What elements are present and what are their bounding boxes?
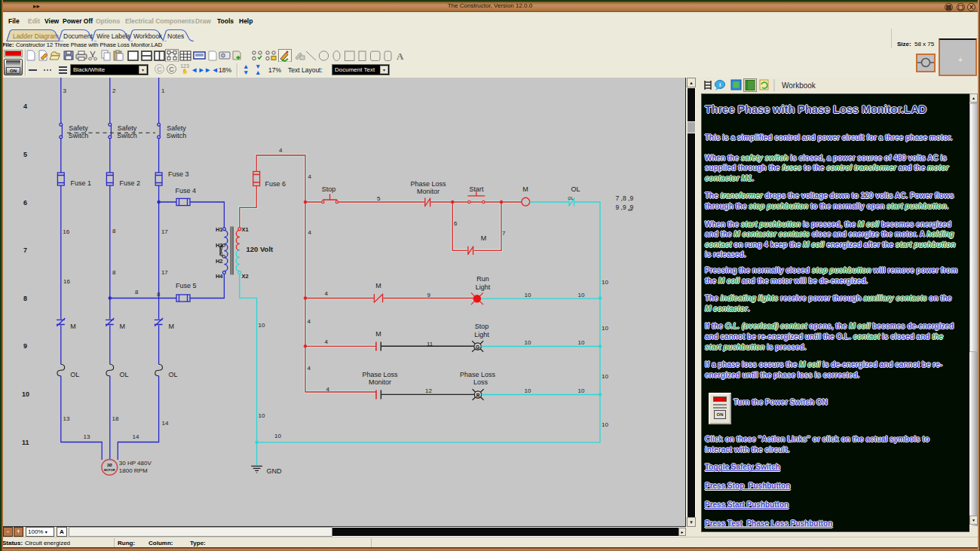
svg-text:13: 13 bbox=[63, 415, 70, 422]
svg-text:Switch: Switch bbox=[117, 132, 137, 139]
svg-text:OL: OL bbox=[120, 371, 129, 378]
svg-text:Start: Start bbox=[469, 185, 484, 193]
svg-text:10: 10 bbox=[525, 339, 531, 346]
svg-text:14: 14 bbox=[162, 420, 169, 427]
svg-text:Light: Light bbox=[474, 331, 489, 338]
svg-text:Fuse 3: Fuse 3 bbox=[168, 170, 189, 178]
svg-text:8: 8 bbox=[112, 269, 116, 276]
svg-text:A: A bbox=[397, 51, 404, 62]
svg-text:M: M bbox=[375, 282, 381, 289]
svg-text:9: 9 bbox=[23, 342, 27, 350]
svg-text:5: 5 bbox=[23, 151, 27, 158]
svg-text:OL: OL bbox=[70, 371, 79, 378]
svg-text:Phase Loss: Phase Loss bbox=[362, 371, 398, 378]
svg-text:7 ,8 ,9: 7 ,8 ,9 bbox=[616, 194, 634, 202]
svg-text:M: M bbox=[70, 323, 76, 330]
svg-text:Safety: Safety bbox=[118, 124, 137, 132]
svg-text:3: 3 bbox=[63, 87, 67, 94]
svg-text:6: 6 bbox=[454, 220, 458, 227]
svg-text:8: 8 bbox=[157, 291, 161, 298]
svg-text:8: 8 bbox=[135, 289, 139, 295]
svg-text:5: 5 bbox=[377, 195, 381, 202]
svg-text:9: 9 bbox=[427, 292, 431, 298]
svg-text:120 Volt: 120 Volt bbox=[247, 245, 274, 253]
svg-text:10: 10 bbox=[602, 325, 608, 332]
svg-text:10: 10 bbox=[578, 387, 585, 394]
svg-text:Fuse 1: Fuse 1 bbox=[71, 179, 92, 187]
svg-text:M: M bbox=[481, 234, 487, 242]
svg-text:Phase Loss: Phase Loss bbox=[460, 371, 496, 378]
svg-text:OL: OL bbox=[568, 196, 573, 201]
svg-text:17: 17 bbox=[161, 228, 168, 235]
svg-text:7: 7 bbox=[502, 230, 506, 237]
svg-text:9 ,9 ,9: 9 ,9 ,9 bbox=[616, 204, 634, 211]
svg-text:4: 4 bbox=[308, 318, 311, 325]
svg-text:1: 1 bbox=[161, 87, 165, 94]
svg-text:4: 4 bbox=[308, 173, 312, 180]
svg-text:Ladder Diagram: Ladder Diagram bbox=[13, 32, 59, 40]
svg-text:10: 10 bbox=[578, 339, 585, 346]
svg-text:10: 10 bbox=[22, 390, 29, 398]
svg-text:4: 4 bbox=[308, 229, 312, 236]
svg-text:Fuse 2: Fuse 2 bbox=[120, 179, 141, 187]
svg-text:11: 11 bbox=[427, 341, 433, 347]
svg-text:4: 4 bbox=[325, 338, 329, 345]
svg-text:Stop: Stop bbox=[475, 323, 489, 330]
svg-text:10: 10 bbox=[525, 387, 531, 394]
svg-text:Fuse 4: Fuse 4 bbox=[176, 187, 197, 194]
svg-text:M: M bbox=[375, 330, 381, 338]
svg-text:Loss: Loss bbox=[473, 378, 488, 386]
svg-text:Document: Document bbox=[63, 32, 93, 40]
svg-text:13: 13 bbox=[84, 433, 90, 440]
svg-text:4: 4 bbox=[325, 290, 329, 297]
svg-text:4: 4 bbox=[23, 103, 27, 110]
svg-text:M: M bbox=[120, 323, 126, 330]
svg-text:11: 11 bbox=[22, 439, 29, 446]
svg-text:10: 10 bbox=[602, 373, 608, 380]
svg-text:Stop: Stop bbox=[322, 185, 336, 193]
svg-text:G: G bbox=[476, 344, 479, 350]
svg-text:Monitor: Monitor bbox=[417, 188, 439, 195]
svg-text:16: 16 bbox=[63, 228, 69, 235]
svg-text:10: 10 bbox=[578, 292, 585, 298]
svg-text:Safety: Safety bbox=[69, 124, 88, 132]
svg-text:16: 16 bbox=[63, 278, 70, 285]
svg-text:4: 4 bbox=[279, 147, 283, 154]
svg-text:Notes: Notes bbox=[167, 32, 184, 40]
svg-text:10: 10 bbox=[259, 322, 265, 329]
svg-text:10: 10 bbox=[274, 433, 281, 439]
svg-text:Fuse 5: Fuse 5 bbox=[176, 282, 197, 289]
svg-text:14: 14 bbox=[133, 433, 139, 440]
svg-text:Safety: Safety bbox=[167, 124, 186, 132]
svg-text:X2: X2 bbox=[242, 273, 249, 280]
svg-text:10: 10 bbox=[259, 412, 265, 419]
svg-text:Workbook: Workbook bbox=[133, 32, 163, 40]
svg-text:R: R bbox=[476, 393, 480, 398]
svg-text:6: 6 bbox=[23, 199, 27, 207]
svg-text:3Ø: 3Ø bbox=[107, 463, 112, 467]
svg-text:Fuse 6: Fuse 6 bbox=[265, 180, 286, 188]
svg-text:OL: OL bbox=[571, 185, 580, 193]
svg-text:8: 8 bbox=[112, 228, 116, 234]
svg-text:Switch: Switch bbox=[167, 132, 187, 139]
svg-text:Wire Labels: Wire Labels bbox=[96, 32, 130, 40]
svg-text:10: 10 bbox=[602, 421, 608, 428]
svg-text:Run: Run bbox=[476, 275, 489, 283]
svg-text:Monitor: Monitor bbox=[369, 378, 391, 386]
svg-text:4: 4 bbox=[326, 386, 330, 393]
svg-text:Switch: Switch bbox=[69, 132, 89, 139]
svg-text:MOTOR: MOTOR bbox=[104, 468, 115, 472]
svg-text:GND: GND bbox=[267, 467, 283, 475]
svg-text:2: 2 bbox=[112, 87, 116, 94]
svg-text:M: M bbox=[168, 323, 174, 330]
svg-text:H4: H4 bbox=[216, 273, 223, 280]
svg-text:Phase Loss: Phase Loss bbox=[410, 180, 446, 188]
svg-text:Light: Light bbox=[476, 283, 491, 291]
svg-text:i: i bbox=[719, 81, 721, 88]
svg-text:H2: H2 bbox=[216, 258, 223, 265]
svg-text:M: M bbox=[522, 185, 528, 193]
svg-text:8: 8 bbox=[23, 295, 27, 302]
svg-text:10: 10 bbox=[525, 292, 531, 298]
svg-text:OL: OL bbox=[168, 371, 177, 378]
svg-text:4: 4 bbox=[308, 365, 311, 372]
